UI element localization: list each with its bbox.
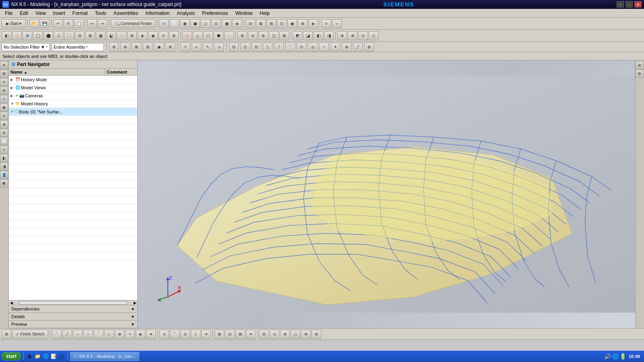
expand-model-history[interactable]: ▼ — [10, 102, 14, 106]
left-icon-4[interactable]: ⊞ — [0, 86, 8, 95]
selection-filter-dropdown[interactable]: No Selection Filter ▼ ▾ — [2, 43, 50, 51]
menu-analysis[interactable]: Analysis — [173, 10, 198, 17]
menu-preferences[interactable]: Preferences — [199, 10, 231, 17]
btb1-btn-j[interactable]: ◈ — [136, 330, 145, 339]
scrollbar-track[interactable] — [19, 301, 127, 304]
sel-btn-a[interactable]: ⊛ — [109, 43, 119, 51]
sel-btn-g[interactable]: ↗ — [180, 43, 190, 51]
tb-btn-f[interactable]: ⊕ — [298, 19, 308, 28]
btb1-btn-z[interactable]: ⊗ — [312, 330, 321, 339]
tb2-btn-o[interactable]: ◉ — [148, 31, 158, 40]
btb1-btn-v[interactable]: ⊙ — [270, 330, 279, 339]
btb1-btn-q[interactable]: ⊞ — [215, 330, 224, 339]
nav-row-model-views[interactable]: ▶ 🌐 Model Views — [9, 84, 137, 92]
details-section[interactable]: Details ▼ — [9, 313, 137, 321]
sel-btn-s[interactable]: ○ — [319, 43, 329, 51]
right-icon-2[interactable]: ⊠ — [636, 70, 644, 78]
tb2-btn-g[interactable]: ⛶ — [64, 31, 74, 40]
btb1-btn-t[interactable]: ▾ — [246, 330, 256, 339]
tb2-btn-x[interactable]: ⊘ — [248, 31, 258, 40]
tb2-btn-aa[interactable]: ⊠ — [279, 31, 289, 40]
left-icon-10[interactable]: 🕐 — [0, 137, 8, 145]
tb-btn-c[interactable]: ⊞ — [266, 19, 276, 28]
preview-section[interactable]: Preview ▼ — [9, 321, 137, 328]
left-icon-12[interactable]: ◧ — [0, 154, 8, 162]
cut-button[interactable]: ✂ — [53, 19, 63, 28]
nav-row-model-history[interactable]: ▼ 📁 Model History — [9, 100, 137, 108]
tb2-btn-z[interactable]: ◫ — [269, 31, 279, 40]
taskbar-icon-nx[interactable]: ⬡ — [58, 353, 65, 360]
save-button[interactable]: 💾 — [40, 19, 50, 28]
taskbar-icon-word[interactable]: 📝 — [50, 353, 57, 360]
btb1-btn-y[interactable]: ⊕ — [301, 330, 311, 339]
sel-btn-q[interactable]: ⊙ — [297, 43, 306, 51]
tb-btn-e[interactable]: ◉ — [287, 19, 297, 28]
left-icon-15[interactable]: ◩ — [0, 179, 8, 187]
sel-btn-c[interactable]: ⊠ — [132, 43, 141, 51]
tb2-btn-t[interactable]: ⬠ — [203, 31, 213, 40]
nav-row-cameras[interactable]: ▶ ✔ 📷 Cameras — [9, 92, 137, 100]
menu-window[interactable]: Window — [232, 10, 256, 17]
tb2-btn-ah[interactable]: ⊙ — [358, 31, 368, 40]
expand-cameras[interactable]: ▶ — [10, 94, 14, 98]
view-btn2[interactable]: ◈ — [232, 19, 242, 28]
selection-scope-dropdown[interactable]: Entire Assembly ▾ — [52, 43, 104, 51]
viewport-3d[interactable]: Z X — [138, 60, 635, 328]
paste-button[interactable]: 📋 — [74, 19, 84, 28]
tb2-btn-ac[interactable]: ◪ — [303, 31, 313, 40]
sel-btn-j[interactable]: ↘ — [214, 43, 224, 51]
tb2-btn-q[interactable]: ⊗ — [169, 31, 179, 40]
sel-btn-i[interactable]: ↖ — [203, 43, 213, 51]
sel-btn-v[interactable]: ╱ — [353, 43, 363, 51]
sel-btn-b[interactable]: ⊕ — [120, 43, 130, 51]
close-button[interactable]: ✕ — [634, 1, 642, 8]
scroll-right-button[interactable]: ▶ — [132, 301, 137, 305]
view-btn1[interactable]: ▣ — [222, 19, 231, 28]
display-btn[interactable]: ⬜ — [169, 19, 179, 28]
redo-button[interactable]: ↪ — [98, 19, 107, 28]
sel-btn-r[interactable]: ◎ — [308, 43, 318, 51]
tb2-btn-i[interactable]: ⊠ — [85, 31, 95, 40]
btb1-btn-u[interactable]: ⊟ — [259, 330, 269, 339]
taskbar-icon-folder[interactable]: 📁 — [34, 353, 41, 360]
left-icon-14[interactable]: 👤 — [0, 171, 8, 179]
sel-btn-e[interactable]: ◉ — [154, 43, 164, 51]
btb1-btn-k[interactable]: ▾ — [146, 330, 156, 339]
tb2-btn-ae[interactable]: ◨ — [324, 31, 334, 40]
btb1-btn-f[interactable]: ⌒ — [94, 330, 103, 339]
sel-btn-h[interactable]: ↙ — [192, 43, 201, 51]
left-icon-13[interactable]: ◨ — [0, 162, 8, 171]
undo-button[interactable]: ↩ — [87, 19, 97, 28]
tb2-btn-ab[interactable]: ◩ — [293, 31, 302, 40]
btb1-btn-s[interactable]: ⊠ — [235, 330, 245, 339]
tb-btn-d[interactable]: ⊡ — [277, 19, 287, 28]
nav-row-history-mode[interactable]: ▶ ⏰ History Mode — [9, 76, 137, 84]
left-icon-11[interactable]: ≡ — [0, 146, 8, 154]
tb2-btn-n[interactable]: ◈ — [138, 31, 147, 40]
btb1-btn-h[interactable]: ⊕ — [115, 330, 124, 339]
tb2-btn-s[interactable]: △ — [193, 31, 202, 40]
render-btn[interactable]: ◉ — [180, 19, 190, 28]
menu-format[interactable]: Format — [69, 10, 91, 17]
menu-insert[interactable]: Insert — [50, 10, 68, 17]
tb2-btn-h[interactable]: ⊟ — [75, 31, 85, 40]
tb2-btn-k[interactable]: ⬕ — [106, 31, 116, 40]
left-icon-3[interactable]: ✕ — [0, 78, 8, 86]
left-icon-9[interactable]: ⊗ — [0, 129, 8, 137]
nav-row-body[interactable]: ✔ ⬡ Body (0) "Net Surfac... — [9, 108, 137, 116]
finish-sketch-btn[interactable]: ✓ Finish Sketch — [12, 330, 48, 339]
sel-btn-m[interactable]: ⊟ — [252, 43, 261, 51]
btb1-btn-p[interactable]: ▾ — [201, 330, 211, 339]
shade2-btn[interactable]: ◻ — [201, 19, 211, 28]
tb2-btn-ag[interactable]: ⊗ — [348, 31, 357, 40]
tb2-btn-u[interactable]: ⬟ — [214, 31, 223, 40]
left-icon-5[interactable]: ⊕ — [0, 95, 8, 103]
tb2-btn-v[interactable]: ⬝ — [224, 31, 234, 40]
menu-edit[interactable]: Edit — [17, 10, 31, 17]
btb1-btn-l[interactable]: ∧ — [159, 330, 169, 339]
tb2-btn-m[interactable]: ⊕ — [127, 31, 137, 40]
copy-button[interactable]: ⎘ — [64, 19, 73, 28]
tb2-btn-ad[interactable]: ◧ — [314, 31, 323, 40]
tb2-btn-f[interactable]: ⌺ — [54, 31, 64, 40]
tb2-btn-e[interactable]: ⬤ — [43, 31, 53, 40]
